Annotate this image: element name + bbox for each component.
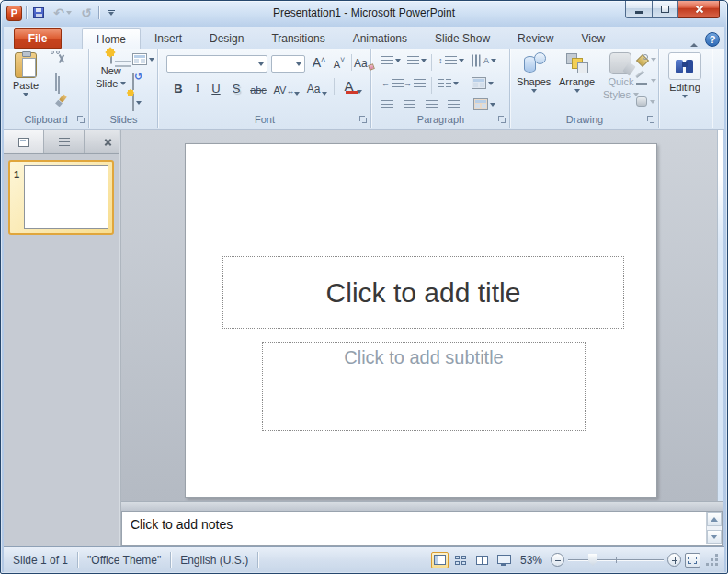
align-center-button[interactable] xyxy=(404,100,415,109)
notes-scrollbar[interactable] xyxy=(706,512,722,544)
restore-icon xyxy=(661,6,669,13)
minimize-icon xyxy=(635,11,643,14)
subtitle-placeholder[interactable]: Click to add subtitle xyxy=(262,342,586,431)
decrease-indent-button[interactable]: ← xyxy=(381,79,404,88)
shape-outline-arrow-icon xyxy=(651,79,656,83)
fit-slide-to-window-button[interactable] xyxy=(685,553,700,568)
font-size-combobox[interactable] xyxy=(271,55,305,73)
status-theme[interactable]: "Office Theme" xyxy=(78,547,170,572)
copy-button[interactable] xyxy=(55,74,60,91)
align-right-icon xyxy=(426,100,438,109)
zoom-level[interactable]: 53% xyxy=(516,554,547,567)
restore-button[interactable] xyxy=(653,1,678,18)
notes-pane[interactable]: Click to add notes xyxy=(121,511,723,546)
shapes-button[interactable]: Shapes xyxy=(517,52,551,93)
tab-transitions[interactable]: Transitions xyxy=(257,28,338,49)
increase-indent-button[interactable]: → xyxy=(404,79,426,88)
resize-grip[interactable] xyxy=(706,554,719,567)
tab-slide-show[interactable]: Slide Show xyxy=(421,28,504,49)
font-name-combobox[interactable] xyxy=(166,55,267,73)
align-right-button[interactable] xyxy=(426,100,438,109)
arrange-icon xyxy=(565,52,589,74)
zoom-slider[interactable] xyxy=(568,553,664,567)
paragraph-dialog-launcher-icon[interactable] xyxy=(498,116,506,124)
tab-home[interactable]: Home xyxy=(82,28,141,49)
new-slide-star-icon xyxy=(107,49,114,56)
font-color-button[interactable]: A xyxy=(339,77,367,96)
paste-button[interactable]: Paste xyxy=(13,52,39,96)
status-language[interactable]: English (U.S.) xyxy=(171,547,257,572)
arrange-button[interactable]: Arrange xyxy=(559,52,595,93)
align-left-icon xyxy=(381,100,393,109)
tab-review[interactable]: Review xyxy=(504,28,567,49)
clipboard-dialog-launcher-icon[interactable] xyxy=(77,116,85,124)
change-case-button[interactable]: Aa xyxy=(304,79,330,97)
help-button[interactable]: ? xyxy=(705,32,720,47)
subtitle-placeholder-text: Click to add subtitle xyxy=(344,347,503,430)
section-button[interactable] xyxy=(132,95,142,111)
quick-styles-label-line2: Styles xyxy=(603,89,631,100)
shapes-label: Shapes xyxy=(517,76,551,87)
numbering-icon xyxy=(407,56,419,65)
strikethrough-button[interactable]: abc xyxy=(247,79,269,97)
slide-thumbnail-selected[interactable]: 1 xyxy=(8,160,114,235)
tab-view[interactable]: View xyxy=(567,28,619,49)
normal-view-button[interactable] xyxy=(431,552,449,568)
editor-scrollbar[interactable] xyxy=(717,130,723,501)
clear-formatting-button[interactable]: Aa xyxy=(354,53,374,72)
reading-view-button[interactable] xyxy=(473,552,491,568)
slide-thumbnail-image xyxy=(24,165,108,229)
tab-file[interactable]: File xyxy=(14,28,62,49)
align-left-button[interactable] xyxy=(381,100,393,109)
minimize-ribbon-icon[interactable] xyxy=(690,38,698,42)
notes-scroll-up-button[interactable] xyxy=(707,512,722,526)
editing-label: Editing xyxy=(669,82,700,93)
justify-button[interactable] xyxy=(448,100,460,109)
bullets-button[interactable] xyxy=(381,56,401,65)
shrink-font-button[interactable]: A˅ xyxy=(330,53,348,72)
tab-insert[interactable]: Insert xyxy=(141,28,196,49)
numbering-button[interactable] xyxy=(407,56,427,65)
character-spacing-button[interactable]: AV↔ xyxy=(273,79,301,97)
align-text-button[interactable] xyxy=(472,77,494,89)
convert-smartart-button[interactable] xyxy=(473,98,495,110)
shape-fill-button[interactable] xyxy=(636,54,656,64)
zoom-out-button[interactable] xyxy=(551,553,564,567)
tab-animations[interactable]: Animations xyxy=(339,28,421,49)
italic-button[interactable]: I xyxy=(190,79,205,97)
editing-button[interactable]: Editing xyxy=(668,52,701,98)
tab-slides-thumbnails[interactable] xyxy=(4,130,44,153)
tab-outline[interactable] xyxy=(44,130,85,153)
notes-splitter-horizontal[interactable] xyxy=(121,501,723,511)
text-direction-button[interactable]: A xyxy=(470,56,496,65)
grow-font-button[interactable]: A˄ xyxy=(310,53,328,72)
slide-show-button[interactable] xyxy=(495,552,512,568)
zoom-slider-thumb[interactable] xyxy=(588,554,597,566)
title-placeholder[interactable]: Click to add title xyxy=(222,256,624,329)
zoom-in-button[interactable] xyxy=(667,553,681,567)
drawing-dialog-launcher-icon[interactable] xyxy=(647,116,655,124)
shape-outline-button[interactable] xyxy=(636,75,656,85)
slide-sorter-view-button[interactable] xyxy=(452,552,470,568)
shape-effects-button[interactable] xyxy=(636,96,655,107)
new-slide-button[interactable]: New Slide xyxy=(96,52,126,89)
status-slide-info[interactable]: Slide 1 of 1 xyxy=(4,547,77,572)
notes-scroll-down-button[interactable] xyxy=(707,530,722,544)
close-button[interactable] xyxy=(678,1,720,18)
underline-button[interactable]: U xyxy=(209,79,223,97)
font-dialog-launcher-icon[interactable] xyxy=(359,116,368,124)
slide-canvas[interactable]: Click to add title Click to add subtitle xyxy=(185,143,657,498)
fit-slide-icon xyxy=(688,557,697,564)
quick-styles-button[interactable]: Quick Styles xyxy=(603,52,639,100)
minimize-button[interactable] xyxy=(625,1,653,18)
window-controls xyxy=(625,1,720,18)
columns-button[interactable] xyxy=(438,79,459,88)
close-pane-button[interactable] xyxy=(97,130,119,153)
tab-design[interactable]: Design xyxy=(196,28,257,49)
reset-button[interactable] xyxy=(132,73,134,90)
bold-button[interactable]: B xyxy=(170,79,187,97)
layout-button[interactable] xyxy=(132,53,154,65)
text-shadow-button[interactable]: S xyxy=(229,79,244,97)
line-spacing-button[interactable]: ↕ xyxy=(438,56,464,65)
group-label-paragraph: Paragraph xyxy=(372,114,509,125)
